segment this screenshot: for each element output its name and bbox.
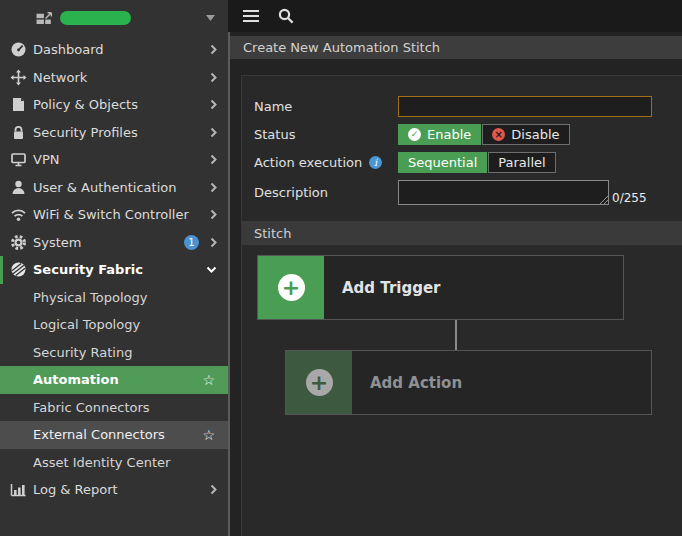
sidebar-subitem-label: Physical Topology — [33, 290, 215, 305]
main-area: Create New Automation Stitch Name Status — [228, 0, 682, 536]
sidebar-subitem-label: Logical Topology — [33, 317, 215, 332]
status-row: Status ✓ Enable × Disable — [254, 124, 682, 145]
description-textarea[interactable] — [398, 180, 609, 205]
chevron-right-icon — [210, 154, 217, 165]
sidebar: Dashboard Network Policy & Objects Secur… — [0, 0, 228, 536]
sidebar-item-network[interactable]: Network — [0, 64, 228, 92]
stitch-section-title: Stitch — [254, 226, 291, 241]
add-trigger-label: Add Trigger — [324, 256, 623, 319]
sidebar-item-log-report[interactable]: Log & Report — [0, 476, 228, 504]
sidebar-item-policy-objects[interactable]: Policy & Objects — [0, 91, 228, 119]
chevron-down-icon — [206, 266, 217, 273]
sidebar-item-security-rating[interactable]: Security Rating — [0, 339, 228, 367]
check-circle-icon: ✓ — [408, 128, 421, 141]
chevron-right-icon — [210, 44, 217, 55]
stitch-section-header: Stitch — [242, 221, 682, 245]
sidebar-item-user-authentication[interactable]: User & Authentication — [0, 174, 228, 202]
sidebar-item-label: Dashboard — [33, 42, 206, 57]
star-icon[interactable]: ☆ — [202, 428, 215, 442]
sidebar-subitem-label: Asset Identity Center — [33, 455, 215, 470]
lock-icon — [10, 124, 27, 141]
stitch-form: Name Status ✓ Enable × — [242, 76, 682, 205]
search-icon[interactable] — [278, 8, 294, 24]
gauge-icon — [10, 41, 27, 58]
plus-circle-icon: + — [306, 369, 333, 396]
parallel-button[interactable]: Parallel — [488, 152, 555, 173]
add-trigger-icon-block: + — [258, 256, 324, 319]
sidebar-item-asset-identity-center[interactable]: Asset Identity Center — [0, 449, 228, 477]
character-counter: 0/255 — [612, 191, 647, 205]
sidebar-item-label: Log & Report — [33, 482, 206, 497]
name-input[interactable] — [398, 96, 652, 117]
resize-grip-icon[interactable] — [598, 194, 608, 204]
content-pane: Create New Automation Stitch Name Status — [228, 32, 682, 536]
gear-icon — [10, 234, 27, 251]
chevron-right-icon — [210, 237, 217, 248]
status-disable-label: Disable — [511, 127, 559, 142]
topbar — [228, 0, 682, 32]
status-enable-label: Enable — [427, 127, 471, 142]
name-label: Name — [254, 99, 398, 114]
sidebar-item-fabric-connectors[interactable]: Fabric Connectors — [0, 394, 228, 422]
description-label: Description — [254, 185, 398, 200]
chevron-right-icon — [210, 99, 217, 110]
chevron-right-icon — [210, 182, 217, 193]
sidebar-item-label: VPN — [33, 152, 206, 167]
description-row: Description 0/255 — [254, 180, 682, 205]
sidebar-item-label: User & Authentication — [33, 180, 206, 195]
sidebar-item-physical-topology[interactable]: Physical Topology — [0, 284, 228, 312]
info-icon[interactable]: i — [369, 156, 382, 169]
hamburger-menu-icon[interactable] — [243, 10, 259, 23]
star-icon[interactable]: ☆ — [202, 373, 215, 387]
status-disable-button[interactable]: × Disable — [482, 124, 569, 145]
sidebar-item-label: System — [33, 235, 184, 250]
sidebar-item-label: WiFi & Switch Controller — [33, 207, 206, 222]
page-titlebar: Create New Automation Stitch — [230, 36, 682, 59]
device-selector[interactable] — [0, 0, 228, 36]
sidebar-subitem-label: Automation — [33, 372, 202, 387]
app-window: Dashboard Network Policy & Objects Secur… — [0, 0, 682, 536]
sidebar-subitem-label: Fabric Connectors — [33, 400, 215, 415]
name-row: Name — [254, 96, 682, 117]
user-icon — [10, 179, 27, 196]
chevron-right-icon — [210, 209, 217, 220]
add-action-icon-block: + — [286, 351, 352, 414]
action-execution-label-text: Action execution — [254, 155, 362, 170]
sidebar-item-label: Security Fabric — [33, 262, 202, 277]
caret-down-icon — [206, 15, 215, 21]
sidebar-subitem-label: External Connectors — [33, 427, 202, 442]
sidebar-item-logical-topology[interactable]: Logical Topology — [0, 311, 228, 339]
sequential-button[interactable]: Sequential — [398, 152, 487, 173]
status-enable-button[interactable]: ✓ Enable — [398, 124, 481, 145]
sidebar-item-security-fabric[interactable]: Security Fabric — [0, 256, 228, 284]
chevron-right-icon — [210, 127, 217, 138]
sidebar-item-system[interactable]: System 1 — [0, 229, 228, 257]
sidebar-item-vpn[interactable]: VPN — [0, 146, 228, 174]
status-label: Status — [254, 127, 398, 142]
sidebar-item-automation[interactable]: Automation ☆ — [0, 366, 228, 394]
sidebar-item-label: Policy & Objects — [33, 97, 206, 112]
document-icon — [10, 96, 27, 113]
monitor-icon — [10, 151, 27, 168]
status-toggle: ✓ Enable × Disable — [398, 124, 570, 145]
redacted-device-name — [60, 11, 131, 25]
notification-badge: 1 — [184, 235, 199, 250]
sidebar-subitem-label: Security Rating — [33, 345, 215, 360]
automation-stitch-card: Name Status ✓ Enable × — [241, 75, 682, 536]
sidebar-item-label: Network — [33, 70, 206, 85]
action-execution-toggle: Sequential Parallel — [398, 152, 556, 173]
add-trigger-button[interactable]: + Add Trigger — [257, 255, 624, 320]
add-action-button[interactable]: + Add Action — [285, 350, 652, 415]
sidebar-item-wifi-switch-controller[interactable]: WiFi & Switch Controller — [0, 201, 228, 229]
bar-chart-icon — [10, 481, 27, 498]
sidebar-item-dashboard[interactable]: Dashboard — [0, 36, 228, 64]
chevron-right-icon — [210, 72, 217, 83]
page-title: Create New Automation Stitch — [243, 40, 440, 55]
sidebar-item-security-profiles[interactable]: Security Profiles — [0, 119, 228, 147]
content-scroll: Name Status ✓ Enable × — [230, 59, 682, 536]
chevron-right-icon — [210, 484, 217, 495]
add-action-label: Add Action — [352, 351, 651, 414]
sidebar-item-external-connectors[interactable]: External Connectors ☆ — [0, 421, 228, 449]
sidebar-item-label: Security Profiles — [33, 125, 206, 140]
stitch-canvas: + Add Trigger + Add Action — [242, 245, 682, 525]
